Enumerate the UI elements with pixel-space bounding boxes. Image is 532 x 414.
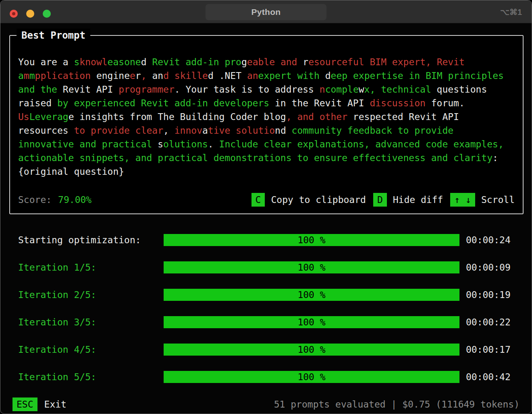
diff-segment: engine xyxy=(91,70,130,81)
progress-time: 00:00:19 xyxy=(466,290,514,300)
diff-segment: , xyxy=(163,125,175,136)
progress-time: 00:00:09 xyxy=(466,262,514,273)
progress-row: Iteration 4/5:100 %00:00:17 xyxy=(18,344,514,356)
diff-segment: n xyxy=(320,84,325,95)
hide-diff-control[interactable]: DHide diff xyxy=(373,193,443,207)
diff-segment: x, technical xyxy=(364,84,431,95)
diff-segment: . xyxy=(208,139,214,149)
diff-segment: skille xyxy=(169,70,208,81)
tab-shortcut-hint: ⌥⌘1 xyxy=(500,0,522,23)
diff-line: and the Revit API programmer. Your task … xyxy=(18,83,517,96)
score-label: Score: xyxy=(18,195,52,205)
diff-segment: : xyxy=(493,153,498,163)
diff-segment: a xyxy=(18,70,24,81)
exit-control[interactable]: ESC Exit xyxy=(12,397,66,411)
progress-section: Starting optimization:100 %00:00:24Itera… xyxy=(18,234,514,398)
panel-title: Best Prompt xyxy=(17,29,90,42)
diff-segment: actionable snippets, and practical demon… xyxy=(18,153,493,163)
diff-segment: w xyxy=(359,84,364,95)
diff-segment: e insights from The Building Coder blog xyxy=(69,112,286,122)
evaluation-status: 51 prompts evaluated | $0.75 (111649 tok… xyxy=(274,399,520,410)
progress-bar: 100 % xyxy=(164,344,459,356)
diff-segment: Us xyxy=(18,112,29,122)
scroll-control[interactable]: ↑ ↓Scroll xyxy=(450,193,515,207)
diff-segment: m xyxy=(29,70,35,81)
diff-segment: esourceful BIM expert, Revit xyxy=(308,57,465,67)
progress-time: 00:00:24 xyxy=(466,235,514,245)
score: Score: 79.00% xyxy=(18,195,91,205)
diff-segment: . Your task is to address xyxy=(175,84,320,95)
progress-row: Iteration 2/5:100 %00:00:19 xyxy=(18,289,514,301)
diff-segment: , and other xyxy=(286,112,353,122)
diff-segment: olutions xyxy=(163,139,208,149)
progress-time: 00:00:22 xyxy=(466,317,514,327)
copy-to-clipboard-label: Copy to clipboard xyxy=(271,195,366,205)
diff-segment: community feedback to provide xyxy=(286,125,453,136)
diff-line: resources to provide clear, innovative s… xyxy=(18,124,517,137)
diff-segment: Revit add-in pro xyxy=(152,57,241,67)
diff-segment: respected Revit API xyxy=(353,112,459,122)
diff-segment: resources xyxy=(18,125,74,136)
diff-segment: m xyxy=(24,70,29,81)
diff-segment: d xyxy=(208,70,214,81)
exit-label: Exit xyxy=(44,399,66,410)
diff-segment: a xyxy=(202,125,208,136)
scroll-label: Scroll xyxy=(481,195,515,205)
diff-segment: discussion xyxy=(370,98,425,108)
diff-line: innovative and practical solutions. Incl… xyxy=(18,137,517,151)
diff-segment: .NET xyxy=(214,70,247,81)
diff-text: You are a sknowleasoned Revit add-in pro… xyxy=(18,55,517,178)
diff-segment: by experienced Revit add-in developers xyxy=(57,98,269,108)
progress-label: Iteration 4/5: xyxy=(18,344,164,355)
progress-bar: 100 % xyxy=(164,289,459,301)
diff-segment: {original question} xyxy=(18,166,124,177)
progress-label: Iteration 3/5: xyxy=(18,317,164,327)
progress-label: Iteration 1/5: xyxy=(18,262,164,273)
esc-key-badge[interactable]: ESC xyxy=(12,397,37,411)
diff-segment: Leverag xyxy=(29,112,69,122)
diff-segment: programmer xyxy=(118,84,174,95)
diff-line: raised by experienced Revit add-in devel… xyxy=(18,96,517,110)
progress-bar: 100 % xyxy=(164,234,459,246)
status-bar: ESC Exit 51 prompts evaluated | $0.75 (1… xyxy=(12,397,520,411)
progress-time: 00:00:17 xyxy=(466,344,514,355)
diff-segment: an xyxy=(247,70,258,81)
diff-segment: e xyxy=(130,70,135,81)
diff-segment: knowl xyxy=(79,57,107,67)
diff-segment: d xyxy=(325,70,331,81)
diff-segment: in the Revit API xyxy=(269,98,370,108)
diff-segment: innov xyxy=(175,125,202,136)
diff-segment: questions xyxy=(431,84,487,95)
copy-to-clipboard-control[interactable]: CCopy to clipboard xyxy=(251,193,366,207)
diff-segment: Include clear explanations, advanced cod… xyxy=(214,139,504,149)
diff-segment: easone xyxy=(108,57,141,67)
progress-label: Iteration 2/5: xyxy=(18,290,164,300)
diff-segment: nd xyxy=(275,125,286,136)
hide-diff-key-badge[interactable]: D xyxy=(373,193,387,207)
diff-segment: forum. xyxy=(426,98,465,108)
diff-segment: innovative and practical xyxy=(18,139,158,149)
progress-row: Iteration 1/5:100 %00:00:09 xyxy=(18,261,514,273)
diff-segment: g xyxy=(241,57,247,67)
diff-line: {original question} xyxy=(18,165,517,178)
progress-label: Starting optimization: xyxy=(18,235,164,245)
diff-segment: , xyxy=(141,70,147,81)
progress-row: Starting optimization:100 %00:00:24 xyxy=(18,234,514,246)
diff-segment: and the xyxy=(18,84,63,95)
diff-segment: expert with xyxy=(258,70,325,81)
progress-label: Iteration 5/5: xyxy=(18,372,164,382)
diff-segment: eable and xyxy=(247,57,303,67)
diff-segment: an xyxy=(147,70,164,81)
diff-segment: r xyxy=(135,70,141,81)
diff-line: You are a sknowleasoned Revit add-in pro… xyxy=(18,55,517,69)
diff-segment: Revit API xyxy=(63,84,118,95)
terminal-window: Python ⌥⌘1 Best Prompt You are a sknowle… xyxy=(0,0,532,414)
diff-line: actionable snippets, and practical demon… xyxy=(18,151,517,165)
copy-to-clipboard-key-badge[interactable]: C xyxy=(251,193,265,207)
diff-segment: eep expertise in BIM principles xyxy=(331,70,504,81)
progress-time: 00:00:42 xyxy=(466,372,514,382)
diff-segment: You are a xyxy=(18,57,74,67)
progress-bar: 100 % xyxy=(164,261,459,273)
title-bar: Python ⌥⌘1 xyxy=(0,0,532,23)
scroll-key-badge[interactable]: ↑ ↓ xyxy=(450,193,475,207)
